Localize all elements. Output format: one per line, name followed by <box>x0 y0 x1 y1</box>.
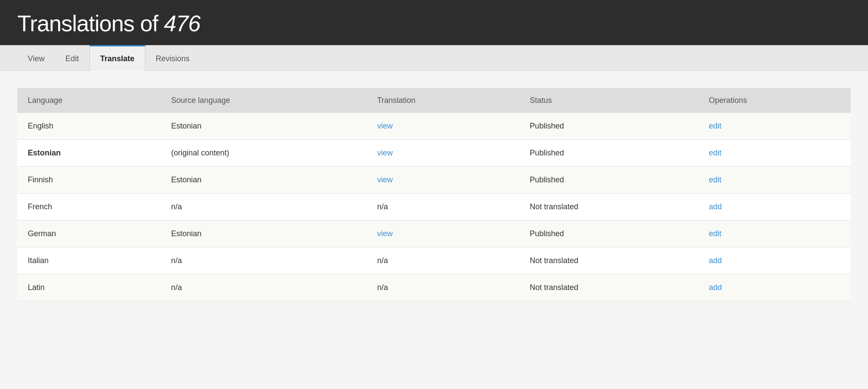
col-language: Language <box>17 88 161 113</box>
table-header: Language Source language Translation Sta… <box>17 88 851 113</box>
cell-translation[interactable]: view <box>367 167 519 194</box>
tab-revisions[interactable]: Revisions <box>145 46 200 70</box>
operation-link[interactable]: edit <box>709 122 721 130</box>
cell-translation[interactable]: view <box>367 221 519 247</box>
cell-operations[interactable]: edit <box>698 140 851 167</box>
cell-translation: n/a <box>367 274 519 301</box>
cell-operations[interactable]: edit <box>698 113 851 140</box>
cell-translation[interactable]: view <box>367 140 519 167</box>
operation-link[interactable]: edit <box>709 175 721 184</box>
translations-table: Language Source language Translation Sta… <box>17 88 851 301</box>
cell-language: Italian <box>17 247 161 274</box>
cell-operations[interactable]: add <box>698 247 851 274</box>
cell-operations[interactable]: add <box>698 274 851 301</box>
translation-view-link[interactable]: view <box>377 148 393 157</box>
cell-status: Published <box>519 221 699 247</box>
table-row: Latinn/an/aNot translatedadd <box>17 274 851 301</box>
cell-source-language: Estonian <box>161 167 367 194</box>
tab-edit[interactable]: Edit <box>55 46 89 70</box>
cell-language: Estonian <box>17 140 161 167</box>
cell-language: Finnish <box>17 167 161 194</box>
tabs-bar: View Edit Translate Revisions <box>0 45 868 71</box>
cell-language: German <box>17 221 161 247</box>
page-title: Translations of 476 <box>17 10 851 36</box>
cell-status: Not translated <box>519 274 699 301</box>
page-header: Translations of 476 <box>0 0 868 45</box>
cell-status: Published <box>519 167 699 194</box>
table-row: Estonian(original content)viewPublishede… <box>17 140 851 167</box>
cell-translation[interactable]: view <box>367 113 519 140</box>
cell-operations[interactable]: add <box>698 194 851 221</box>
cell-source-language: n/a <box>161 194 367 221</box>
main-content: Language Source language Translation Sta… <box>0 71 868 319</box>
tab-translate[interactable]: Translate <box>89 45 145 71</box>
col-status: Status <box>519 88 699 113</box>
cell-operations[interactable]: edit <box>698 221 851 247</box>
cell-translation: n/a <box>367 247 519 274</box>
cell-language: French <box>17 194 161 221</box>
table-row: Italiann/an/aNot translatedadd <box>17 247 851 274</box>
translation-view-link[interactable]: view <box>377 122 393 130</box>
col-source-language: Source language <box>161 88 367 113</box>
cell-status: Not translated <box>519 247 699 274</box>
cell-status: Published <box>519 140 699 167</box>
translation-view-link[interactable]: view <box>377 229 393 238</box>
col-translation: Translation <box>367 88 519 113</box>
table-row: FinnishEstonianviewPublishededit <box>17 167 851 194</box>
cell-language: Latin <box>17 274 161 301</box>
operation-link[interactable]: add <box>709 283 722 292</box>
cell-source-language: n/a <box>161 274 367 301</box>
cell-status: Not translated <box>519 194 699 221</box>
operation-link[interactable]: edit <box>709 229 721 238</box>
tab-view[interactable]: View <box>17 46 55 70</box>
operation-link[interactable]: add <box>709 256 722 265</box>
translation-view-link[interactable]: view <box>377 175 393 184</box>
operation-link[interactable]: edit <box>709 148 721 157</box>
page-title-prefix: Translations of <box>17 11 164 36</box>
table-body: EnglishEstonianviewPublishededitEstonian… <box>17 113 851 301</box>
page-title-number: 476 <box>164 11 201 36</box>
operation-link[interactable]: add <box>709 202 722 211</box>
cell-language: English <box>17 113 161 140</box>
cell-source-language: n/a <box>161 247 367 274</box>
table-row: GermanEstonianviewPublishededit <box>17 221 851 247</box>
cell-source-language: Estonian <box>161 113 367 140</box>
cell-translation: n/a <box>367 194 519 221</box>
cell-operations[interactable]: edit <box>698 167 851 194</box>
table-row: Frenchn/an/aNot translatedadd <box>17 194 851 221</box>
cell-status: Published <box>519 113 699 140</box>
table-row: EnglishEstonianviewPublishededit <box>17 113 851 140</box>
cell-source-language: (original content) <box>161 140 367 167</box>
table-header-row: Language Source language Translation Sta… <box>17 88 851 113</box>
col-operations: Operations <box>698 88 851 113</box>
cell-source-language: Estonian <box>161 221 367 247</box>
